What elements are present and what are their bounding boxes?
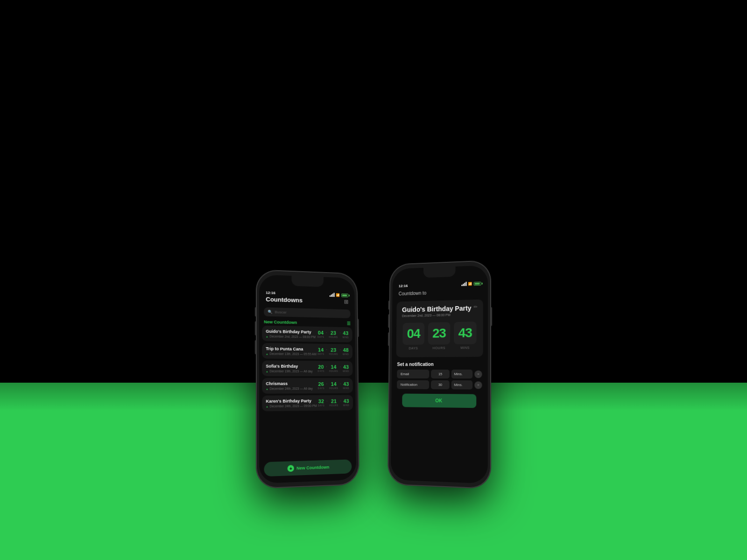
detail-card: Guido's Birthday Party December 2nd, 202…	[396, 300, 483, 357]
search-placeholder: Buscar	[275, 310, 287, 315]
status-icons-left: 📶	[330, 293, 348, 297]
notch-right	[423, 266, 456, 278]
big-hours-label: HOURS	[427, 346, 451, 350]
notif-close-push[interactable]: ×	[474, 381, 482, 389]
wifi-icon-left: 📶	[336, 293, 340, 297]
countdown-date-2: December 13th, 2023 — 05:55 AM	[266, 352, 317, 356]
new-countdown-btn-text: New Countdown	[296, 465, 329, 471]
ok-button[interactable]: OK	[402, 393, 476, 408]
side-btn-silent	[255, 340, 256, 354]
countdown-name-4: Chrismass	[266, 381, 317, 386]
notification-title: Set a notification	[397, 362, 482, 367]
side-btn-volume-down-right	[388, 314, 389, 328]
signal-icon-right	[461, 282, 466, 286]
countdown-to-label: Countdown to	[399, 290, 427, 296]
search-icon: 🔍	[268, 310, 272, 314]
countdown-name-1: Guido's Birthday Party	[266, 329, 317, 335]
phone-right: 12:16 📶 Countdown to	[388, 260, 491, 489]
left-screen-content: 12:16 📶 Countdowns	[259, 274, 356, 483]
new-countdown-button[interactable]: + New Countdown	[264, 459, 352, 476]
big-hours-value: 23	[431, 327, 448, 340]
countdown-numbers-5: 32DAYS · 21HOURS · 43MINS	[318, 398, 350, 407]
list-item[interactable]: Sofia's Birthday December 19th, 2023 — A…	[262, 360, 352, 376]
plus-icon: +	[288, 465, 294, 472]
big-days-block: 04 DAYS	[402, 322, 425, 350]
left-phone-screen: 12:16 📶 Countdowns	[259, 274, 356, 483]
notif-type-email[interactable]: Email	[397, 370, 429, 378]
time-left: 12:16	[266, 291, 275, 295]
countdown-info-3: Sofia's Birthday December 19th, 2023 — A…	[266, 364, 317, 373]
right-phone-screen: 12:16 📶 Countdown to	[391, 265, 488, 483]
notch-left	[291, 276, 324, 287]
countdown-numbers-3: 20DAYS · 14HOURS · 43MINS	[317, 364, 349, 373]
edit-icon[interactable]: ✏	[473, 304, 477, 309]
big-mins-block: 43 MINS	[453, 322, 477, 350]
list-item[interactable]: Guido's Birthday Party December 2nd, 202…	[262, 326, 352, 343]
new-countdown-link-text: New Countdown	[264, 320, 297, 325]
big-mins-value: 43	[457, 326, 473, 340]
countdown-name-5: Karen's Birthday Party	[266, 399, 318, 404]
side-btn-power-left	[358, 319, 359, 337]
big-days-label: DAYS	[402, 346, 425, 350]
list-item[interactable]: Trip to Punta Cana December 13th, 2023 —…	[262, 343, 352, 359]
notif-value-push[interactable]: 30	[431, 380, 449, 389]
countdown-numbers-2: 14DAYS · 23HOURS · 48MINS	[317, 347, 349, 356]
notification-section: Set a notification Email 15 Mins. × Noti…	[391, 358, 488, 408]
phones-container: 12:16 📶 Countdowns	[257, 261, 490, 485]
side-btn-power-right	[491, 307, 492, 326]
signal-icon-left	[330, 293, 335, 297]
countdown-info-1: Guido's Birthday Party December 2nd, 202…	[266, 329, 317, 339]
app-title: Countdowns	[266, 296, 303, 304]
list-item[interactable]: Chrismass December 24th, 2023 — All day …	[262, 378, 352, 394]
countdown-date-4: December 24th, 2023 — All day	[266, 387, 317, 390]
notification-row-email: Email 15 Mins. ×	[397, 370, 482, 378]
big-days-box: 04	[402, 322, 424, 345]
big-days-value: 04	[405, 327, 422, 340]
countdown-info-2: Trip to Punta Cana December 13th, 2023 —…	[266, 346, 317, 356]
side-btn-volume-up	[255, 307, 256, 316]
wifi-icon-right: 📶	[468, 282, 472, 286]
notif-type-push[interactable]: Notification	[397, 380, 429, 389]
big-mins-box: 43	[454, 322, 476, 344]
side-btn-volume-up-right	[388, 301, 390, 309]
filter-icon[interactable]: ⊞	[344, 298, 349, 305]
countdown-date-5: December 24th, 2023 — 09:00 PM	[266, 404, 318, 408]
notification-row-push: Notification 30 Mins. ×	[397, 380, 482, 390]
battery-icon-right	[474, 281, 481, 286]
countdown-date-3: December 19th, 2023 — All day	[266, 370, 317, 373]
big-countdown: 04 DAYS 23 HOURS 43	[402, 316, 477, 353]
time-right: 12:16	[399, 284, 408, 288]
notif-value-email[interactable]: 15	[431, 370, 449, 378]
notif-unit-email[interactable]: Mins.	[451, 370, 473, 378]
side-btn-volume-down	[255, 321, 256, 335]
list-item[interactable]: Karen's Birthday Party December 24th, 20…	[262, 395, 353, 411]
countdown-name-3: Sofia's Birthday	[266, 364, 317, 369]
big-mins-label: MINS	[453, 346, 477, 350]
big-hours-block: 23 HOURS	[427, 322, 451, 350]
big-hours-box: 23	[428, 322, 451, 344]
countdown-numbers-4: 26DAYS · 14HOURS · 43MINS	[317, 381, 349, 390]
countdown-name-2: Trip to Punta Cana	[266, 346, 317, 351]
status-icons-right: 📶	[461, 281, 481, 286]
countdown-list: Guido's Birthday Party December 2nd, 202…	[259, 326, 356, 459]
right-screen-content: 12:16 📶 Countdown to	[391, 265, 488, 483]
search-bar[interactable]: 🔍 Buscar	[264, 308, 350, 318]
side-btn-silent-right	[388, 332, 389, 346]
notif-unit-push[interactable]: Mins.	[451, 380, 473, 389]
countdown-info-5: Karen's Birthday Party December 24th, 20…	[266, 399, 318, 408]
countdown-numbers-1: 04DAYS · 23HOURS · 43MINS	[317, 330, 349, 339]
countdown-info-4: Chrismass December 24th, 2023 — All day	[266, 381, 317, 390]
detail-event-name: Guido's Birthday Party	[402, 304, 478, 314]
notif-close-email[interactable]: ×	[474, 370, 482, 378]
countdown-date-1: December 2nd, 2023 — 08:00 PM	[266, 335, 317, 339]
filter-list-icon: ☰	[347, 322, 351, 326]
battery-icon-left	[341, 293, 348, 297]
phone-left: 12:16 📶 Countdowns	[256, 270, 359, 489]
